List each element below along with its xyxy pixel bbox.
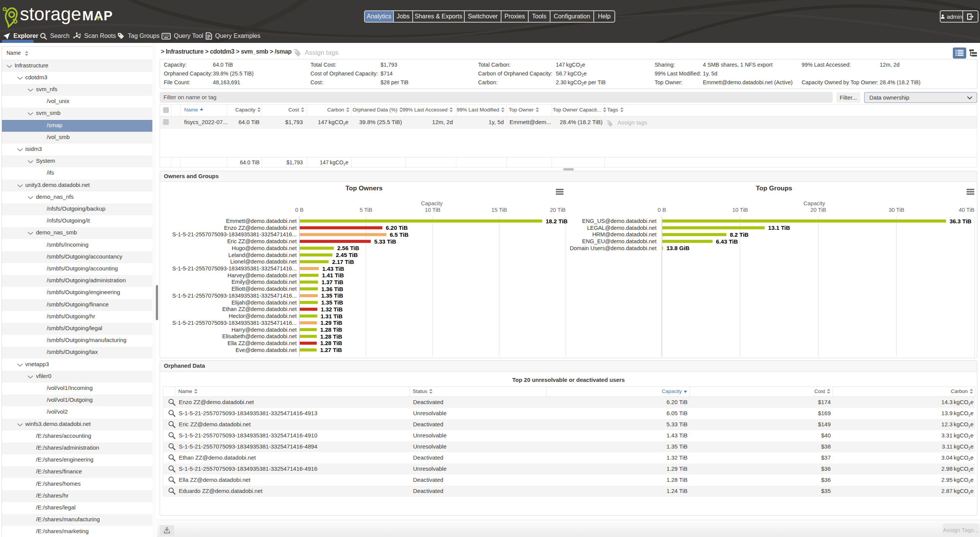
- svg-text:20 TiB: 20 TiB: [810, 207, 826, 213]
- svg-text:1.35 TiB: 1.35 TiB: [321, 292, 343, 299]
- svg-text:1.36 TiB: 1.36 TiB: [321, 286, 343, 292]
- svg-text:Top Groups: Top Groups: [756, 185, 792, 192]
- svg-text:Leland@demo.datadobi.net: Leland@demo.datadobi.net: [229, 252, 297, 258]
- svg-text:6.43 TiB: 6.43 TiB: [716, 238, 738, 245]
- svg-text:15 TiB: 15 TiB: [491, 207, 507, 213]
- svg-text:ENG_EU@demo.datadobi.net: ENG_EU@demo.datadobi.net: [582, 238, 657, 244]
- svg-text:Hector@demo.datadobi.net: Hector@demo.datadobi.net: [229, 313, 297, 319]
- svg-text:Lionel@demo.datadobi.net: Lionel@demo.datadobi.net: [230, 259, 297, 265]
- svg-text:30 TiB: 30 TiB: [889, 207, 904, 213]
- svg-text:0 B: 0 B: [295, 207, 304, 213]
- svg-text:1.29 TiB: 1.29 TiB: [320, 319, 342, 326]
- svg-text:Emily@demo.datadobi.net: Emily@demo.datadobi.net: [232, 279, 297, 285]
- svg-text:1.43 TiB: 1.43 TiB: [322, 265, 344, 272]
- svg-text:S-1-5-21-2557075093-1834935381: S-1-5-21-2557075093-1834935381-332547141…: [172, 320, 297, 326]
- svg-text:Elisabeth@demo.datadobi.net: Elisabeth@demo.datadobi.net: [222, 333, 297, 339]
- svg-text:0 B: 0 B: [658, 207, 666, 213]
- svg-text:1.31 TiB: 1.31 TiB: [321, 313, 343, 319]
- svg-text:2.17 TiB: 2.17 TiB: [332, 259, 354, 265]
- svg-text:13.1 TiB: 13.1 TiB: [768, 224, 790, 231]
- svg-text:ENG_US@demo.datadobi.net: ENG_US@demo.datadobi.net: [582, 218, 657, 224]
- svg-text:1.37 TiB: 1.37 TiB: [322, 279, 343, 285]
- svg-text:Eric ZZ@demo.datadobi.net: Eric ZZ@demo.datadobi.net: [227, 238, 297, 244]
- svg-text:1.35 TiB: 1.35 TiB: [321, 299, 343, 306]
- svg-text:Enzo ZZ@demo.datadobi.net: Enzo ZZ@demo.datadobi.net: [224, 225, 297, 231]
- svg-text:Top Owners: Top Owners: [346, 185, 383, 192]
- svg-text:1.28 TiB: 1.28 TiB: [320, 326, 342, 333]
- svg-text:1.28 TiB: 1.28 TiB: [320, 333, 342, 340]
- svg-text:40 TiB: 40 TiB: [959, 207, 974, 213]
- svg-text:HRM@demo.datadobi.net: HRM@demo.datadobi.net: [592, 231, 657, 237]
- svg-text:5 TiB: 5 TiB: [359, 207, 372, 213]
- svg-text:2.45 TiB: 2.45 TiB: [336, 252, 358, 258]
- svg-text:S-1-5-21-2557075093-1834935381: S-1-5-21-2557075093-1834935381-332547141…: [172, 265, 297, 272]
- svg-text:LEGAL@demo.datadobi.net: LEGAL@demo.datadobi.net: [587, 225, 657, 231]
- svg-text:S-1-5-21-2557075093-1834935381: S-1-5-21-2557075093-1834935381-332547141…: [172, 293, 297, 299]
- svg-text:Harry@demo.datadobi.net: Harry@demo.datadobi.net: [232, 327, 297, 333]
- svg-text:1.27 TiB: 1.27 TiB: [320, 347, 342, 353]
- svg-text:6.5 TiB: 6.5 TiB: [390, 231, 408, 238]
- svg-text:Elliott@demo.datadobi.net: Elliott@demo.datadobi.net: [232, 286, 297, 292]
- svg-text:Harvey@demo.datadobi.net: Harvey@demo.datadobi.net: [227, 272, 297, 278]
- svg-text:2.56 TiB: 2.56 TiB: [337, 245, 359, 251]
- svg-text:Emmett@demo.datadobi.net: Emmett@demo.datadobi.net: [226, 218, 297, 224]
- svg-text:6.20 TiB: 6.20 TiB: [386, 224, 408, 231]
- svg-text:Hugo@demo.datadobi.net: Hugo@demo.datadobi.net: [232, 245, 297, 251]
- svg-text:1.41 TiB: 1.41 TiB: [322, 272, 344, 278]
- svg-text:1.32 TiB: 1.32 TiB: [321, 306, 343, 313]
- svg-text:Eve@demo.datadobi.net: Eve@demo.datadobi.net: [235, 347, 297, 353]
- svg-text:Ethan ZZ@demo.datadobi.net: Ethan ZZ@demo.datadobi.net: [222, 306, 297, 312]
- svg-text:10 TiB: 10 TiB: [425, 207, 440, 213]
- svg-text:20 TiB: 20 TiB: [550, 207, 565, 213]
- svg-text:5.33 TiB: 5.33 TiB: [374, 238, 396, 245]
- svg-text:8.2 TiB: 8.2 TiB: [730, 231, 749, 238]
- svg-text:18.2 TiB: 18.2 TiB: [546, 218, 567, 224]
- svg-text:13.8 GiB: 13.8 GiB: [666, 245, 689, 251]
- svg-text:10 TiB: 10 TiB: [732, 207, 748, 213]
- svg-text:Elijah@demo.datadobi.net: Elijah@demo.datadobi.net: [232, 300, 297, 306]
- svg-text:36.3 TiB: 36.3 TiB: [949, 218, 971, 224]
- svg-text:Capacity: Capacity: [421, 200, 443, 206]
- svg-text:Domain Users@demo.datadobi.net: Domain Users@demo.datadobi.net: [570, 245, 657, 251]
- svg-text:Ella ZZ@demo.datadobi.net: Ella ZZ@demo.datadobi.net: [227, 340, 297, 346]
- svg-text:1.28 TiB: 1.28 TiB: [320, 340, 342, 346]
- svg-text:Capacity: Capacity: [804, 200, 825, 206]
- svg-text:S-1-5-21-2557075093-1834935381: S-1-5-21-2557075093-1834935381-332547141…: [172, 231, 297, 237]
